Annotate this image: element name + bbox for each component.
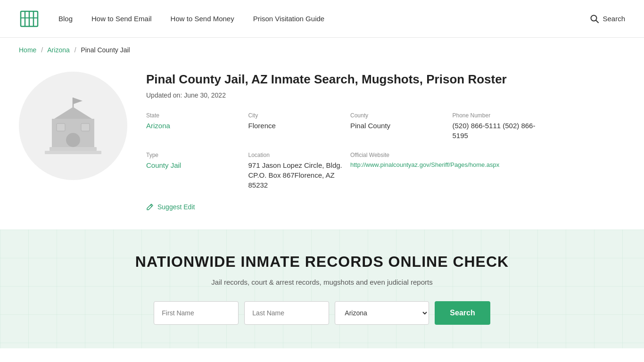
state-block: State Arizona	[146, 112, 241, 140]
header: Blog How to Send Email How to Send Money…	[0, 0, 644, 38]
first-name-input[interactable]	[154, 301, 239, 325]
search-icon	[590, 15, 599, 23]
nav: Blog How to Send Email How to Send Money…	[58, 15, 590, 23]
search-button[interactable]: Search	[435, 301, 490, 325]
breadcrumb-sep-1: /	[41, 46, 43, 54]
county-value: Pinal County	[350, 121, 445, 131]
svg-marker-8	[73, 98, 83, 104]
state-label: State	[146, 112, 241, 119]
breadcrumb-sep-2: /	[74, 46, 76, 54]
building-svg	[35, 88, 111, 164]
location-label: Location	[248, 152, 343, 158]
state-value[interactable]: Arizona	[146, 122, 170, 130]
svg-rect-11	[66, 133, 80, 147]
phone-value: (520) 866-5111 (502) 866-5195	[453, 121, 547, 140]
location-block: Location 971 Jason Lopez Circle, Bldg. C…	[248, 152, 343, 190]
city-block: City Florence	[248, 112, 343, 140]
nationwide-title: NATIONWIDE INMATE RECORDS ONLINE CHECK	[19, 253, 625, 271]
nationwide-subtitle: Jail records, court & arrest records, mu…	[19, 278, 625, 286]
breadcrumb-home[interactable]: Home	[19, 46, 36, 54]
type-label: Type	[146, 152, 241, 158]
state-select[interactable]: AlabamaAlaskaArizonaArkansasCaliforniaCo…	[335, 301, 429, 325]
svg-line-6	[596, 20, 598, 23]
bottom-section: NATIONWIDE INMATE RECORDS ONLINE CHECK J…	[0, 230, 644, 348]
main-content: Pinal County Jail, AZ Inmate Search, Mug…	[0, 62, 566, 230]
type-value[interactable]: County Jail	[146, 161, 181, 169]
svg-line-16	[150, 205, 152, 206]
updated-on: Updated on: June 30, 2022	[146, 91, 547, 99]
jail-title: Pinal County Jail, AZ Inmate Search, Mug…	[146, 72, 547, 88]
logo[interactable]	[19, 8, 40, 29]
svg-marker-9	[54, 107, 92, 119]
website-value[interactable]: http://www.pinalcountyaz.gov/Sheriff/Pag…	[350, 161, 499, 168]
jail-info: Pinal County Jail, AZ Inmate Search, Mug…	[146, 72, 547, 211]
search-form: AlabamaAlaskaArizonaArkansasCaliforniaCo…	[19, 301, 625, 325]
city-value: Florence	[248, 121, 343, 131]
city-label: City	[248, 112, 343, 119]
svg-rect-13	[81, 123, 90, 131]
jail-image	[19, 72, 127, 180]
nav-how-to-send-money[interactable]: How to Send Money	[171, 15, 234, 23]
search-area[interactable]: Search	[590, 15, 625, 23]
nav-blog[interactable]: Blog	[58, 15, 73, 23]
svg-rect-14	[50, 147, 97, 151]
search-label: Search	[603, 15, 625, 23]
location-value: 971 Jason Lopez Circle, Bldg. CP.O. Box …	[248, 160, 343, 190]
pencil-icon	[146, 203, 154, 211]
breadcrumb: Home / Arizona / Pinal County Jail	[0, 38, 644, 62]
website-label: Official Website	[350, 152, 547, 158]
logo-icon	[19, 8, 40, 29]
website-block: Official Website http://www.pinalcountya…	[350, 152, 547, 190]
breadcrumb-current: Pinal County Jail	[81, 46, 130, 54]
svg-rect-15	[45, 151, 101, 154]
nav-how-to-send-email[interactable]: How to Send Email	[91, 15, 152, 23]
phone-block: Phone Number (520) 866-5111 (502) 866-51…	[453, 112, 547, 140]
county-label: County	[350, 112, 445, 119]
county-block: County Pinal County	[350, 112, 445, 140]
svg-rect-12	[57, 123, 65, 131]
phone-label: Phone Number	[453, 112, 547, 119]
info-grid: State Arizona City Florence County Pinal…	[146, 112, 547, 190]
suggest-edit-label: Suggest Edit	[157, 203, 195, 211]
type-block: Type County Jail	[146, 152, 241, 190]
nav-prison-visitation-guide[interactable]: Prison Visitation Guide	[253, 15, 324, 23]
last-name-input[interactable]	[244, 301, 329, 325]
suggest-edit-link[interactable]: Suggest Edit	[146, 203, 547, 211]
breadcrumb-arizona[interactable]: Arizona	[47, 46, 69, 54]
